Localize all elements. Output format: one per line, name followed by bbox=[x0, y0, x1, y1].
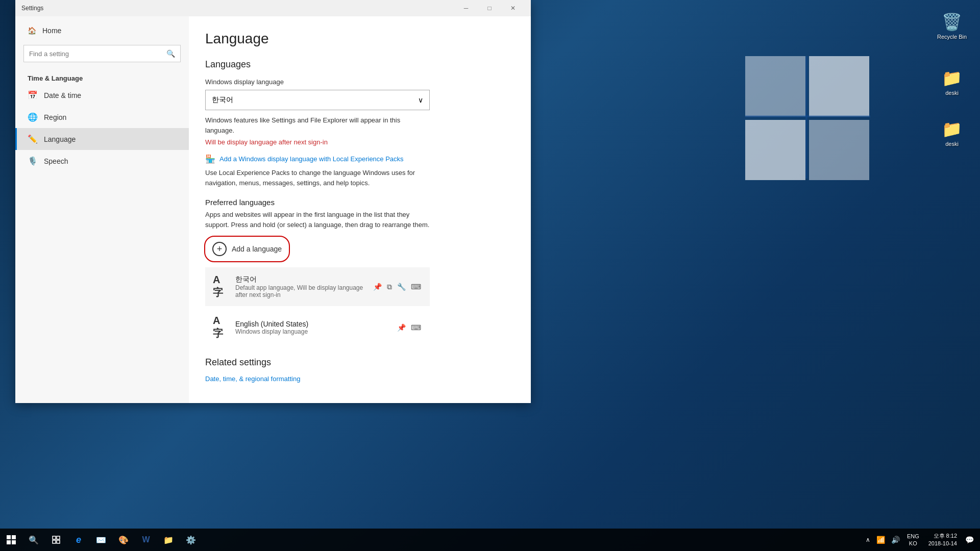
svg-rect-11 bbox=[57, 536, 60, 539]
taskbar-ie-icon[interactable]: e bbox=[67, 529, 90, 551]
sidebar-item-date-time[interactable]: 📅 Date & time bbox=[15, 84, 189, 106]
language-icon: ✏️ bbox=[28, 134, 37, 144]
korean-pin-icon[interactable]: 📌 bbox=[372, 282, 383, 292]
close-button[interactable]: ✕ bbox=[501, 0, 525, 16]
english-pin-icon[interactable]: 📌 bbox=[396, 322, 407, 333]
desktop-folder1[interactable]: 📁 deski bbox=[934, 66, 970, 98]
taskbar-pinned-apps: e ✉️ 🎨 W 📁 ⚙️ bbox=[67, 529, 202, 551]
english-lang-name: English (United States) bbox=[235, 320, 390, 328]
home-icon: 🏠 bbox=[28, 27, 36, 35]
sidebar-search-box[interactable]: 🔍 bbox=[23, 45, 181, 62]
english-keyboard-icon[interactable]: ⌨ bbox=[410, 322, 422, 333]
sidebar: 🏠 Home 🔍 Time & Language 📅 Date & time 🌐… bbox=[15, 16, 189, 403]
language-label: Language bbox=[44, 135, 76, 143]
window-title: Settings bbox=[21, 5, 454, 12]
date-time-label: Date & time bbox=[44, 91, 81, 99]
plus-icon: + bbox=[212, 242, 227, 256]
sidebar-item-speech[interactable]: 🎙️ Speech bbox=[15, 150, 189, 172]
windows-logo bbox=[735, 41, 878, 186]
folder1-label: deski bbox=[945, 90, 959, 96]
settings-window: Settings ─ □ ✕ 🏠 Home 🔍 Time & Language … bbox=[15, 0, 531, 403]
svg-rect-8 bbox=[7, 540, 11, 544]
taskbar-mail-icon[interactable]: ✉️ bbox=[90, 529, 112, 551]
korean-lang-actions: 📌 ⧉ 🔧 ⌨ bbox=[372, 282, 422, 292]
korean-lang-name: 한국어 bbox=[235, 275, 366, 284]
page-title: Language bbox=[205, 31, 514, 47]
preferred-languages-title: Preferred languages bbox=[205, 198, 514, 207]
language-list: A字 한국어 Default app language, Will be dis… bbox=[205, 267, 514, 347]
related-settings-title: Related settings bbox=[205, 357, 514, 368]
svg-rect-1 bbox=[809, 56, 869, 116]
main-content: Language Languages Windows display langu… bbox=[189, 16, 531, 403]
search-input[interactable] bbox=[24, 46, 161, 62]
home-label: Home bbox=[42, 27, 61, 35]
display-language-value: 한국어 bbox=[212, 95, 233, 105]
taskbar-search-icon[interactable]: 🔍 bbox=[22, 529, 45, 551]
taskbar-system-tray: ∧ 📶 🔊 ENGKO 오후 8:12 2018-10-14 💬 bbox=[864, 529, 980, 551]
add-language-label: Add a language bbox=[232, 245, 282, 253]
english-lang-icon: A字 bbox=[213, 315, 229, 340]
korean-lang-sub: Default app language, Will be display la… bbox=[235, 284, 366, 298]
taskbar-volume-icon[interactable]: 🔊 bbox=[889, 536, 902, 544]
svg-rect-10 bbox=[53, 536, 56, 539]
korean-copy-icon[interactable]: ⧉ bbox=[386, 282, 393, 292]
taskbar-explorer-icon[interactable]: 📁 bbox=[157, 529, 180, 551]
taskbar: 🔍 e ✉️ 🎨 W 📁 ⚙️ ∧ 📶 🔊 ENGKO 오후 8:12 2018… bbox=[0, 529, 980, 551]
sidebar-item-region[interactable]: 🌐 Region bbox=[15, 106, 189, 128]
korean-lang-info: 한국어 Default app language, Will be displa… bbox=[235, 275, 366, 298]
taskbar-settings-icon[interactable]: ⚙️ bbox=[180, 529, 202, 551]
display-language-dropdown[interactable]: 한국어 ∨ bbox=[205, 90, 430, 110]
svg-rect-0 bbox=[745, 56, 805, 116]
english-lang-sub: Windows display language bbox=[235, 328, 390, 335]
desktop-folder2[interactable]: 📁 deski bbox=[934, 117, 970, 149]
region-label: Region bbox=[44, 113, 66, 121]
language-item-korean[interactable]: A字 한국어 Default app language, Will be dis… bbox=[205, 267, 430, 306]
english-lang-actions: 📌 ⌨ bbox=[396, 322, 422, 333]
preferred-languages-description: Apps and websites will appear in the fir… bbox=[205, 210, 430, 230]
title-bar: Settings ─ □ ✕ bbox=[15, 0, 531, 16]
region-icon: 🌐 bbox=[28, 112, 37, 122]
taskbar-time-value: 오후 8:12 bbox=[928, 532, 957, 540]
svg-rect-6 bbox=[7, 535, 11, 539]
display-language-warning: Will be display language after next sign… bbox=[205, 138, 514, 146]
chevron-down-icon: ∨ bbox=[418, 96, 423, 104]
language-item-english[interactable]: A字 English (United States) Windows displ… bbox=[205, 308, 430, 347]
speech-icon: 🎙️ bbox=[28, 156, 37, 166]
svg-rect-9 bbox=[12, 540, 16, 544]
sidebar-item-language[interactable]: ✏️ Language bbox=[15, 128, 189, 150]
maximize-button[interactable]: □ bbox=[478, 0, 501, 16]
display-language-label: Windows display language bbox=[205, 78, 514, 86]
recycle-bin-icon[interactable]: 🗑️ Recycle Bin bbox=[934, 10, 970, 42]
korean-keyboard-icon[interactable]: ⌨ bbox=[410, 282, 422, 292]
sidebar-home[interactable]: 🏠 Home bbox=[15, 20, 189, 41]
svg-rect-3 bbox=[809, 120, 869, 180]
search-icon: 🔍 bbox=[161, 45, 180, 62]
languages-section-title: Languages bbox=[205, 59, 514, 70]
sidebar-section-label: Time & Language bbox=[15, 70, 189, 84]
korean-edit-icon[interactable]: 🔧 bbox=[396, 282, 407, 292]
add-lep-link[interactable]: Add a Windows display language with Loca… bbox=[219, 155, 404, 163]
svg-rect-2 bbox=[745, 120, 805, 180]
taskbar-chevron-icon[interactable]: ∧ bbox=[864, 536, 872, 543]
display-language-description: Windows features like Settings and File … bbox=[205, 115, 430, 135]
date-time-icon: 📅 bbox=[28, 90, 37, 100]
english-lang-info: English (United States) Windows display … bbox=[235, 320, 390, 335]
svg-rect-13 bbox=[57, 540, 60, 543]
taskbar-task-view-icon[interactable] bbox=[45, 529, 67, 551]
taskbar-lang-indicator[interactable]: ENGKO bbox=[904, 533, 922, 547]
svg-rect-12 bbox=[53, 540, 56, 543]
taskbar-clock[interactable]: 오후 8:12 2018-10-14 bbox=[924, 532, 961, 548]
taskbar-network-icon[interactable]: 📶 bbox=[874, 536, 887, 544]
speech-label: Speech bbox=[44, 157, 68, 165]
recycle-bin-label: Recycle Bin bbox=[937, 34, 967, 40]
taskbar-word-icon[interactable]: W bbox=[135, 529, 157, 551]
taskbar-notification-icon[interactable]: 💬 bbox=[963, 536, 976, 544]
add-lep-icon: 🏪 bbox=[205, 154, 215, 164]
add-lep-row: 🏪 Add a Windows display language with Lo… bbox=[205, 154, 514, 164]
start-button[interactable] bbox=[0, 529, 22, 551]
minimize-button[interactable]: ─ bbox=[454, 0, 478, 16]
taskbar-app3-icon[interactable]: 🎨 bbox=[112, 529, 135, 551]
korean-lang-icon: A字 bbox=[213, 274, 229, 299]
regional-formatting-link[interactable]: Date, time, & regional formatting bbox=[205, 375, 300, 383]
add-language-button[interactable]: + Add a language bbox=[205, 237, 289, 261]
